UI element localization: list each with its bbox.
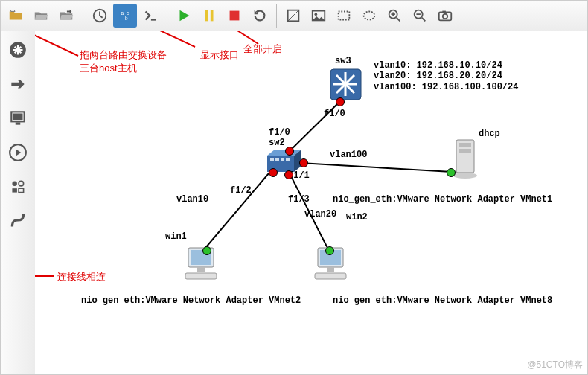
security-device-button[interactable] (4, 139, 31, 166)
svg-rect-26 (19, 188, 24, 192)
svg-rect-51 (197, 267, 205, 272)
svg-rect-46 (459, 143, 471, 147)
topology-canvas[interactable]: 拖两台路由交换设备 三台host主机 显示接口 全部开启 连接线相连 sw3 f… (35, 31, 587, 374)
open-project-button[interactable] (29, 4, 53, 28)
vlan-info: vlan10: 192.168.10.10/24 vlan20: 192.168… (374, 60, 518, 92)
device-sw3[interactable] (329, 68, 362, 104)
add-note-button[interactable] (281, 4, 305, 28)
svg-rect-5 (205, 10, 208, 22)
reload-all-button[interactable] (248, 4, 272, 28)
label-sw2-f10: f1/0 (269, 127, 290, 138)
port-dot (325, 246, 334, 255)
svg-rect-55 (327, 267, 334, 272)
stop-all-button[interactable] (223, 4, 246, 28)
save-project-button[interactable] (54, 4, 78, 28)
svg-rect-7 (230, 11, 240, 21)
all-devices-button[interactable] (4, 173, 31, 200)
svg-line-33 (202, 168, 273, 252)
svg-rect-21 (16, 122, 21, 124)
draw-rectangle-button[interactable] (332, 4, 356, 28)
svg-rect-56 (315, 273, 346, 279)
svg-rect-52 (185, 273, 217, 279)
label-vlan100: vlan100 (330, 150, 367, 160)
svg-rect-44 (286, 158, 290, 161)
snapshot-button[interactable] (88, 4, 112, 28)
screenshot-button[interactable] (433, 4, 457, 28)
switch-device-button[interactable] (4, 71, 31, 97)
device-sidebar (1, 31, 36, 374)
zoom-in-button[interactable] (383, 4, 406, 28)
console-button[interactable] (138, 4, 162, 28)
port-dot (447, 168, 456, 177)
add-link-button[interactable] (4, 208, 31, 234)
annotation-connect-lines: 连接线相连 (57, 270, 106, 283)
svg-text:a: a (121, 10, 124, 16)
label-sw2-f13: f1/3 (288, 194, 310, 205)
label-vlan20: vlan20 (304, 209, 336, 219)
svg-point-10 (315, 13, 318, 16)
svg-point-23 (12, 181, 17, 186)
top-toolbar: abc (1, 1, 587, 31)
svg-rect-41 (270, 158, 274, 161)
annotation-show-interface: 显示接口 (200, 48, 239, 62)
nic-dhcp: nio_gen_eth:VMware Network Adapter VMnet… (333, 194, 552, 205)
label-sw3: sw3 (335, 56, 351, 66)
svg-point-24 (19, 181, 24, 186)
label-sw2-f12: f1/2 (230, 185, 252, 196)
port-dot (284, 170, 293, 179)
svg-point-48 (453, 173, 477, 179)
nic-win1: nio_gen_eth:VMware Network Adapter VMnet… (81, 295, 301, 306)
annotation-drag-devices: 拖两台路由交换设备 三台host主机 (80, 48, 167, 75)
svg-rect-25 (12, 188, 17, 192)
svg-point-12 (364, 12, 375, 20)
svg-rect-42 (275, 158, 279, 161)
svg-rect-17 (442, 11, 446, 13)
svg-line-32 (300, 163, 452, 172)
svg-text:b: b (125, 16, 128, 21)
label-win1: win1 (165, 231, 187, 242)
svg-rect-6 (211, 10, 214, 22)
svg-rect-20 (13, 114, 23, 121)
port-dot (285, 147, 294, 156)
svg-line-27 (35, 31, 78, 56)
router-device-button[interactable] (4, 36, 31, 63)
nic-win2: nio_gen_eth:VMware Network Adapter VMnet… (333, 295, 552, 306)
device-dhcp[interactable] (450, 138, 480, 182)
end-device-button[interactable] (4, 105, 31, 132)
svg-point-16 (443, 14, 447, 19)
svg-rect-43 (281, 158, 284, 161)
svg-rect-11 (339, 12, 350, 20)
show-interface-labels-button[interactable]: abc (113, 4, 137, 28)
port-dot (299, 158, 308, 167)
insert-image-button[interactable] (307, 4, 330, 28)
start-all-button[interactable] (172, 4, 196, 28)
port-dot (336, 97, 345, 106)
label-vlan10: vlan10 (176, 194, 208, 205)
annotation-start-all: 全部开启 (243, 42, 282, 56)
draw-ellipse-button[interactable] (357, 4, 381, 28)
new-project-button[interactable] (4, 4, 28, 28)
watermark: @51CTO博客 (527, 359, 583, 371)
label-sw3-f10: f1/0 (324, 109, 345, 119)
port-dot (202, 246, 211, 255)
port-dot (269, 168, 278, 177)
pause-all-button[interactable] (197, 4, 221, 28)
label-dhcp: dhcp (479, 129, 500, 139)
label-win2: win2 (346, 212, 368, 222)
svg-line-28 (138, 31, 195, 47)
label-sw2: sw2 (269, 138, 285, 148)
device-win1[interactable] (182, 245, 220, 285)
svg-rect-47 (459, 149, 471, 153)
zoom-out-button[interactable] (408, 4, 432, 28)
